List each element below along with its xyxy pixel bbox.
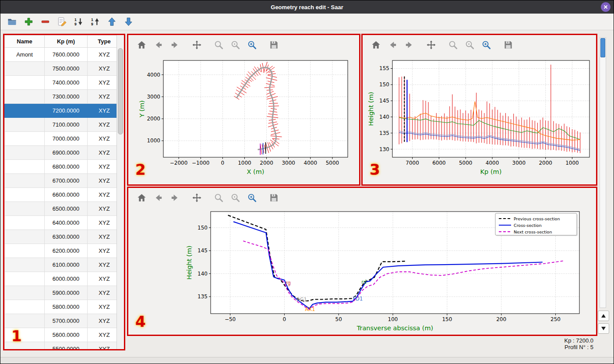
- table-row[interactable]: 5900.0000XYZ: [5, 286, 121, 300]
- delete-cross-section-button[interactable]: [38, 15, 52, 29]
- arrow-down-icon: [124, 17, 134, 27]
- cross-forward-button[interactable]: [169, 191, 181, 204]
- zoom-icon: [214, 40, 224, 50]
- table-row[interactable]: 6800.0000XYZ: [5, 160, 121, 174]
- plan-back-button[interactable]: [152, 39, 164, 51]
- cell-type: XYZ: [88, 160, 121, 174]
- window-scrollbar[interactable]: [600, 37, 606, 308]
- column-header-kp-m-[interactable]: Kp (m): [45, 35, 88, 48]
- sort-ascending-button[interactable]: 19: [88, 15, 102, 29]
- move-up-button[interactable]: [105, 15, 119, 29]
- plan-zoom-original-button[interactable]: [229, 39, 241, 51]
- window-scrollbar-thumb[interactable]: [600, 38, 605, 57]
- profile-down-button[interactable]: [598, 323, 609, 334]
- profile-save-button[interactable]: [502, 39, 514, 51]
- svg-text:50: 50: [335, 316, 342, 322]
- profile-zoom-button[interactable]: [447, 39, 459, 51]
- open-file-button[interactable]: [5, 15, 19, 29]
- table-row[interactable]: Amont7600.0000XYZ: [5, 48, 121, 62]
- profile-zoom-original-button[interactable]: [463, 39, 476, 51]
- table-row[interactable]: 6200.0000XYZ: [5, 244, 121, 258]
- table-row[interactable]: 7500.0000XYZ: [5, 62, 121, 76]
- profile-pan-button[interactable]: [425, 39, 437, 51]
- profile-up-button[interactable]: [598, 311, 609, 321]
- cell-kp: 6300.0000: [45, 230, 88, 244]
- cell-name: [5, 314, 45, 328]
- plan-home-button[interactable]: [135, 39, 148, 51]
- plan-save-button[interactable]: [268, 39, 280, 51]
- table-row[interactable]: 6000.0000XYZ: [5, 272, 121, 286]
- cell-type: XYZ: [88, 300, 121, 314]
- plan-zoom-select-button[interactable]: [246, 39, 258, 51]
- plan-view-chart[interactable]: −2000−1000010002000300040005000100020003…: [128, 54, 359, 184]
- plan-pan-button[interactable]: [191, 39, 203, 51]
- table-row[interactable]: 6900.0000XYZ: [5, 146, 121, 160]
- cross-section-figure[interactable]: −50050100150200250135140145150Transverse…: [128, 207, 596, 335]
- cross-back-button[interactable]: [152, 191, 164, 204]
- table-scrollbar[interactable]: [116, 35, 124, 349]
- close-button[interactable]: [601, 2, 610, 12]
- table-row[interactable]: 7000.0000XYZ: [5, 132, 121, 146]
- cell-name: [5, 342, 45, 351]
- plan-zoom-button[interactable]: [212, 39, 225, 51]
- titlebar[interactable]: Geometry reach edit - Saar: [0, 0, 614, 14]
- edit-cross-section-button[interactable]: [55, 15, 69, 29]
- cell-name: [5, 104, 45, 118]
- add-cross-section-button[interactable]: [21, 15, 35, 29]
- profile-zoom-select-button[interactable]: [480, 39, 492, 51]
- cross-zoom-select-button[interactable]: [246, 191, 258, 204]
- table-row[interactable]: 6400.0000XYZ: [5, 216, 121, 230]
- table-row[interactable]: 6500.0000XYZ: [5, 202, 121, 216]
- table-row[interactable]: 5600.0000XYZ: [5, 328, 121, 342]
- sort-descending-button[interactable]: 19: [71, 15, 85, 29]
- back-icon: [388, 40, 398, 50]
- longitudinal-profile-figure[interactable]: 7000600050004000300020001000130135140145…: [363, 54, 596, 184]
- down-triangle-icon: [601, 327, 606, 330]
- table-row[interactable]: 5800.0000XYZ: [5, 300, 121, 314]
- svg-text:−2000: −2000: [170, 160, 188, 166]
- cell-type: XYZ: [88, 230, 121, 244]
- cell-kp: 5500.0000: [45, 342, 88, 351]
- close-icon: [603, 4, 608, 10]
- move-down-button[interactable]: [121, 15, 135, 29]
- cross-zoom-button[interactable]: [212, 191, 225, 204]
- profile-home-button[interactable]: [370, 39, 382, 51]
- plan-view-panel: −2000−1000010002000300040005000100020003…: [127, 34, 360, 186]
- cross-section-chart[interactable]: −50050100150200250135140145150Transverse…: [128, 207, 596, 335]
- profile-forward-button[interactable]: [403, 39, 415, 51]
- table-row[interactable]: 7100.0000XYZ: [5, 118, 121, 132]
- cross-save-button[interactable]: [268, 191, 280, 204]
- table-scrollbar-thumb[interactable]: [118, 48, 123, 134]
- zoom-select-icon: [247, 40, 257, 50]
- cross-home-button[interactable]: [135, 191, 148, 204]
- home-icon: [137, 40, 147, 50]
- cross-pan-button[interactable]: [191, 191, 203, 204]
- cell-type: XYZ: [88, 188, 121, 202]
- table-row[interactable]: 6100.0000XYZ: [5, 258, 121, 272]
- cell-kp: 6200.0000: [45, 244, 88, 258]
- longitudinal-profile-chart[interactable]: 7000600050004000300020001000130135140145…: [363, 54, 596, 184]
- column-header-type[interactable]: Type: [88, 35, 121, 48]
- cell-name: [5, 174, 45, 188]
- table-row[interactable]: 6300.0000XYZ: [5, 230, 121, 244]
- table-row[interactable]: 7200.0000XYZ: [5, 104, 121, 118]
- column-header-name[interactable]: Name: [5, 35, 45, 48]
- cross-zoom-original-button[interactable]: [229, 191, 241, 204]
- table-row[interactable]: 5500.0000XYZ: [5, 342, 121, 351]
- cell-name: [5, 90, 45, 104]
- profile-back-button[interactable]: [386, 39, 399, 51]
- table-row[interactable]: 7300.0000XYZ: [5, 90, 121, 104]
- table-row[interactable]: 6600.0000XYZ: [5, 188, 121, 202]
- plan-forward-button[interactable]: [169, 39, 181, 51]
- cell-type: XYZ: [88, 314, 121, 328]
- table-row[interactable]: 5700.0000XYZ: [5, 314, 121, 328]
- table-row[interactable]: 6700.0000XYZ: [5, 174, 121, 188]
- status-readout: Kp : 7200.0 Profil N° : 5: [565, 337, 594, 350]
- svg-text:Transverse abscissa (m): Transverse abscissa (m): [356, 325, 434, 332]
- cell-kp: 6400.0000: [45, 216, 88, 230]
- plan-view-figure[interactable]: −2000−1000010002000300040005000100020003…: [128, 54, 359, 184]
- table-row[interactable]: 7400.0000XYZ: [5, 76, 121, 90]
- cross-section-view-panel: −50050100150200250135140145150Transverse…: [127, 187, 597, 336]
- zoom-select-icon: [481, 40, 491, 50]
- svg-text:2000: 2000: [147, 116, 160, 122]
